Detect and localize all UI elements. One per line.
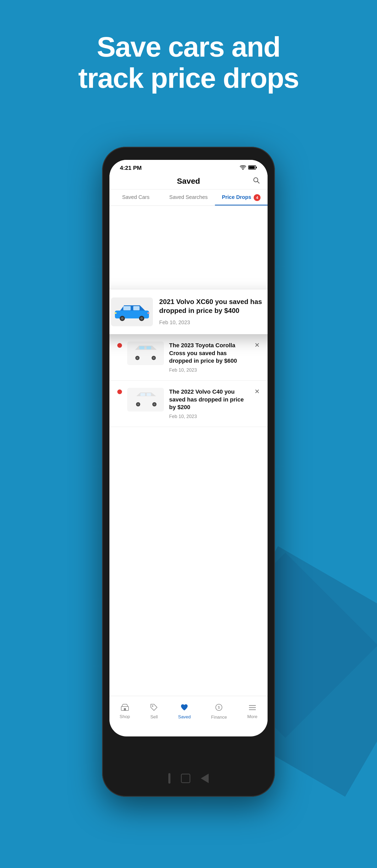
svg-line-5 (258, 181, 259, 183)
price-drop-list: The 2023 Toyota Corolla Cross you saved … (109, 334, 268, 448)
drop-close-button-2[interactable]: ✕ (254, 388, 260, 395)
sell-icon (150, 704, 158, 713)
drop-content-1: The 2023 Toyota Corolla Cross you saved … (169, 341, 249, 373)
drop-item-1: The 2023 Toyota Corolla Cross you saved … (109, 334, 268, 380)
tab-saved-searches[interactable]: Saved Searches (162, 189, 215, 206)
finance-icon: $ (215, 704, 223, 713)
battery-icon (248, 165, 257, 171)
svg-text:$: $ (218, 705, 220, 709)
nav-label-finance: Finance (211, 715, 227, 720)
drop-title-2: The 2022 Volvo C40 you saved has dropped… (169, 388, 249, 411)
nav-item-finance[interactable]: $ Finance (211, 704, 227, 720)
svg-rect-26 (140, 393, 145, 396)
nav-label-saved: Saved (178, 714, 191, 720)
gesture-back-bars (168, 773, 170, 784)
svg-rect-19 (139, 346, 144, 349)
drop-red-dot-2 (117, 390, 122, 394)
drop-red-dot-1 (117, 343, 122, 348)
hero-line2: track price drops (71, 63, 306, 94)
nav-item-sell[interactable]: Sell (150, 704, 158, 720)
phone-screen: 4:21 PM (109, 160, 268, 737)
gesture-back-triangle (201, 774, 209, 783)
saved-icon (180, 704, 188, 713)
svg-point-10 (121, 317, 124, 320)
gesture-home-square (181, 774, 190, 783)
empty-space (109, 427, 268, 448)
drop-date-1: Feb 10, 2023 (169, 367, 249, 373)
nav-item-more[interactable]: More (247, 704, 258, 719)
drop-close-button-1[interactable]: ✕ (254, 341, 260, 349)
tab-bar: Saved Cars Saved Searches Price Drops 4 (109, 189, 268, 206)
notification-car-image (111, 298, 153, 326)
drop-car-image-1 (127, 341, 164, 365)
notification-date: Feb 10, 2023 (159, 319, 262, 326)
more-icon (249, 704, 256, 713)
svg-rect-14 (147, 312, 149, 314)
nav-item-shop[interactable]: Shop (119, 704, 130, 719)
nav-label-shop: Shop (119, 714, 130, 719)
svg-point-29 (137, 403, 139, 405)
svg-point-31 (153, 403, 155, 405)
app-header-title: Saved (177, 177, 200, 186)
svg-rect-7 (123, 306, 131, 310)
svg-rect-8 (133, 306, 140, 310)
svg-rect-33 (124, 708, 126, 711)
drop-car-image-2 (127, 388, 164, 411)
nav-label-sell: Sell (150, 714, 158, 720)
notification-content: 2021 Volvo XC60 you saved has dropped in… (159, 298, 262, 326)
notification-title: 2021 Volvo XC60 you saved has dropped in… (159, 298, 262, 315)
price-drops-badge: 4 (254, 194, 261, 201)
home-indicator (168, 773, 209, 784)
bottom-nav: Shop Sell (109, 696, 268, 730)
status-bar: 4:21 PM (109, 160, 268, 174)
drop-title-1: The 2023 Toyota Corolla Cross you saved … (169, 341, 249, 365)
phone-wrapper: 4:21 PM (102, 147, 275, 797)
shop-icon (121, 704, 129, 713)
nav-label-more: More (247, 714, 258, 719)
tab-price-drops[interactable]: Price Drops 4 (215, 189, 268, 206)
svg-rect-27 (147, 393, 151, 396)
notification-card: 2021 Volvo XC60 you saved has dropped in… (109, 289, 268, 334)
status-time: 4:21 PM (120, 164, 142, 172)
svg-point-34 (152, 706, 153, 707)
tab-saved-cars[interactable]: Saved Cars (109, 189, 162, 206)
svg-rect-25 (130, 396, 161, 404)
svg-rect-2 (249, 166, 255, 169)
search-icon[interactable] (253, 177, 260, 186)
svg-point-24 (153, 357, 155, 359)
wifi-icon (240, 165, 246, 171)
svg-point-12 (140, 317, 143, 320)
status-icons (240, 165, 257, 171)
drop-date-2: Feb 10, 2023 (169, 414, 249, 419)
svg-point-22 (136, 357, 138, 359)
svg-rect-20 (147, 346, 151, 349)
svg-rect-13 (114, 312, 116, 314)
phone-bottom-gestures (109, 773, 268, 784)
hero-line1: Save cars and (71, 31, 306, 63)
svg-point-0 (242, 169, 243, 170)
hero-text: Save cars and track price drops (71, 31, 306, 94)
app-header: Saved (109, 174, 268, 189)
drop-item-2: The 2022 Volvo C40 you saved has dropped… (109, 380, 268, 427)
nav-item-saved[interactable]: Saved (178, 704, 191, 720)
svg-rect-18 (130, 350, 161, 358)
content-area: 2021 Volvo XC60 you saved has dropped in… (109, 206, 268, 730)
drop-content-2: The 2022 Volvo C40 you saved has dropped… (169, 388, 249, 419)
svg-rect-3 (256, 167, 257, 168)
